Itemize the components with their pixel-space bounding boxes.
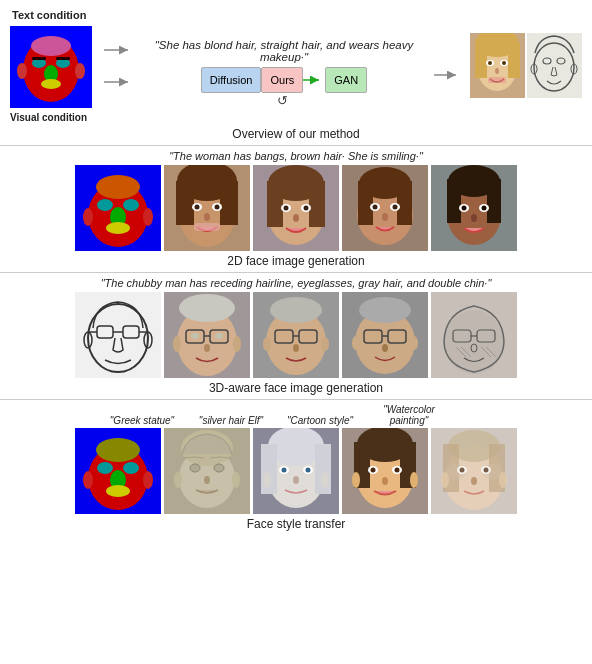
svg-point-6 [31, 36, 71, 56]
svg-point-21 [488, 61, 492, 65]
section-overview: Text condition [0, 0, 592, 146]
photo-3d-3 [342, 292, 428, 378]
arrow-to-results [434, 68, 462, 82]
svg-point-156 [293, 476, 299, 484]
style-face-cartoon [342, 428, 428, 514]
svg-point-144 [204, 476, 210, 484]
faces-row-3d [10, 292, 582, 378]
style-label-1: "Greek statue" [99, 415, 185, 426]
section-3d-quote: "The chubby man has receding hairline, e… [10, 277, 582, 289]
svg-point-47 [195, 205, 200, 210]
svg-point-118 [352, 336, 360, 350]
svg-point-146 [232, 472, 240, 488]
svg-point-137 [83, 471, 93, 489]
seg-face-overview [10, 26, 92, 108]
svg-rect-7 [32, 57, 46, 60]
svg-point-109 [263, 337, 271, 351]
circular-arrow-icon: ↺ [277, 93, 288, 108]
svg-rect-44 [176, 181, 194, 225]
box-diffusion: Diffusion [201, 67, 262, 93]
box-ours: Ours ↺ [261, 67, 303, 93]
style-labels-container: "Greek statue" "silver hair Elf" "Cartoo… [10, 404, 582, 426]
section-3d: "The chubby man has receding hairline, e… [0, 273, 592, 400]
section-2d-caption: 2D face image generation [10, 254, 582, 268]
svg-rect-25 [488, 77, 506, 83]
svg-point-157 [263, 472, 271, 488]
svg-point-142 [190, 464, 200, 472]
style-face-elf [253, 428, 339, 514]
svg-point-70 [393, 205, 398, 210]
arrow-ours-gan [303, 73, 325, 87]
svg-point-39 [83, 208, 93, 226]
photo-2d-4 [431, 165, 517, 251]
svg-point-155 [306, 468, 311, 473]
text-condition-label: Text condition [10, 8, 88, 22]
style-face-watercolor [431, 428, 517, 514]
result-face-2 [527, 33, 582, 98]
svg-point-101 [233, 336, 241, 352]
svg-point-37 [123, 199, 139, 211]
svg-point-36 [97, 199, 113, 211]
svg-point-24 [495, 68, 499, 74]
style-label-2: "silver hair Elf" [188, 415, 274, 426]
result-faces [470, 33, 582, 98]
arrows-left [104, 43, 134, 89]
svg-point-143 [214, 464, 224, 472]
photo-3d-4 [431, 292, 517, 378]
faces-row-style [10, 428, 582, 514]
svg-point-181 [484, 468, 489, 473]
svg-point-113 [359, 297, 411, 323]
svg-point-121 [444, 310, 504, 374]
svg-point-145 [174, 472, 182, 488]
svg-point-104 [270, 297, 322, 323]
section-style: "Greek statue" "silver hair Elf" "Cartoo… [0, 400, 592, 535]
svg-point-80 [482, 206, 487, 211]
svg-point-170 [410, 472, 418, 488]
overview-left: Text condition [10, 8, 100, 123]
seg-face-2d [75, 165, 161, 251]
svg-rect-66 [397, 181, 412, 225]
svg-point-182 [471, 477, 477, 485]
svg-point-49 [215, 205, 220, 210]
section-style-caption: Face style transfer [10, 517, 582, 531]
svg-point-35 [106, 222, 130, 234]
style-face-greek [164, 428, 250, 514]
svg-point-168 [382, 477, 388, 485]
svg-point-167 [395, 468, 400, 473]
sketch-face-3d [75, 292, 161, 378]
svg-point-158 [321, 472, 329, 488]
svg-rect-76 [487, 179, 501, 223]
svg-point-78 [462, 206, 467, 211]
svg-point-50 [204, 213, 210, 221]
overview-diagram: "She has blond hair, straight hair, and … [138, 39, 430, 93]
svg-point-40 [143, 208, 153, 226]
section-2d-quote: "The woman has bangs, brown hair· She is… [10, 150, 582, 162]
svg-point-110 [321, 337, 329, 351]
arrow-top [104, 43, 134, 57]
svg-rect-18 [475, 43, 487, 78]
svg-point-135 [123, 462, 139, 474]
svg-point-133 [106, 485, 130, 497]
svg-point-184 [499, 472, 507, 488]
svg-point-61 [293, 214, 299, 222]
seg-face-style [75, 428, 161, 514]
svg-point-169 [352, 472, 360, 488]
svg-point-100 [173, 336, 181, 352]
svg-point-71 [382, 213, 388, 221]
svg-point-97 [191, 333, 199, 339]
svg-rect-55 [267, 181, 283, 227]
svg-rect-8 [56, 57, 70, 60]
svg-point-99 [204, 344, 210, 352]
photo-2d-1 [164, 165, 250, 251]
result-face-1 [470, 33, 525, 98]
svg-point-58 [284, 206, 289, 211]
diagram-boxes: Diffusion Ours ↺ GAN [201, 67, 367, 93]
svg-point-117 [382, 344, 388, 352]
section-2d: "The woman has bangs, brown hair· She is… [0, 146, 592, 273]
svg-point-81 [471, 214, 477, 222]
page: { "overview": { "text_condition_label": … [0, 0, 592, 664]
svg-rect-51 [194, 223, 220, 231]
svg-point-68 [373, 205, 378, 210]
svg-point-10 [75, 63, 85, 79]
svg-point-93 [179, 294, 235, 322]
